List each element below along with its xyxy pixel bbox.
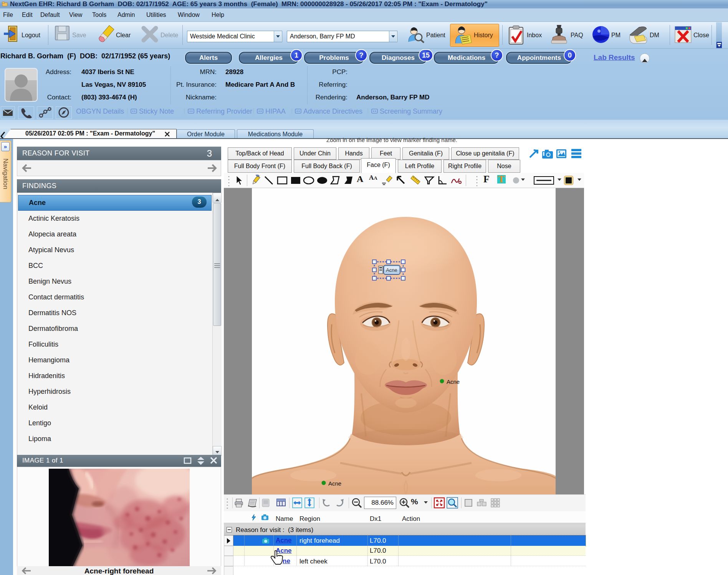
svg-text:Acne: Acne (328, 480, 341, 487)
svg-text:Acne: Acne (386, 267, 397, 273)
svg-text:Acne: Acne (447, 378, 460, 385)
